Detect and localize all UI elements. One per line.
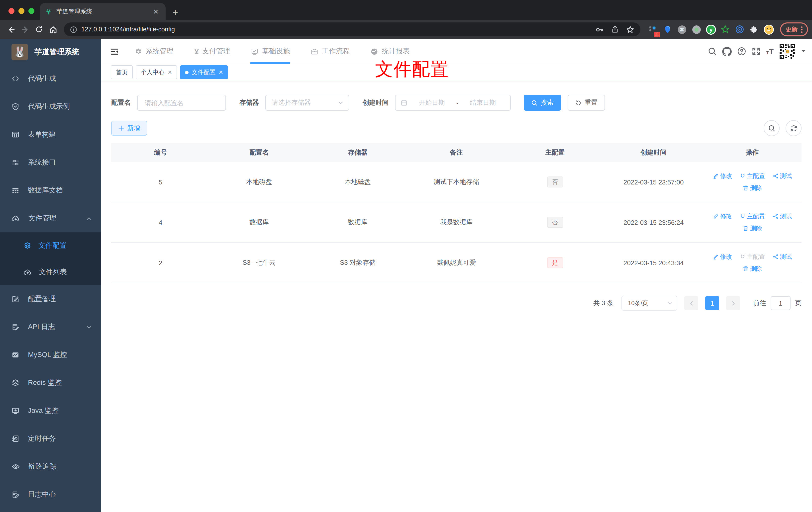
master-link[interactable]: 主配置: [740, 172, 765, 180]
sidebar-item-label: 链路追踪: [28, 462, 56, 471]
sidebar-logo[interactable]: 🐰 芋道管理系统: [0, 39, 101, 65]
extension-command-icon[interactable]: ⌘: [676, 24, 687, 35]
edit-link[interactable]: 修改: [713, 252, 732, 261]
back-icon[interactable]: [4, 23, 18, 36]
font-size-icon[interactable]: TT: [766, 48, 774, 55]
sidebar-item-java-monitor[interactable]: Java 监控: [0, 397, 101, 425]
browser-menu-icon[interactable]: [801, 26, 803, 33]
sidebar-item-config-management[interactable]: 配置管理: [0, 285, 101, 313]
avatar[interactable]: [779, 43, 795, 60]
extension-emoji-icon[interactable]: [763, 24, 774, 35]
browser-update-button[interactable]: 更新: [780, 23, 808, 36]
fullscreen-icon[interactable]: [752, 47, 761, 56]
table-search-toggle-button[interactable]: [764, 120, 780, 136]
tag-chip-file-config[interactable]: 文件配置 ✕: [180, 65, 228, 79]
nav-item-system[interactable]: 系统管理: [124, 39, 184, 64]
sidebar-item-code-generation[interactable]: 代码生成: [0, 65, 101, 93]
edit-link[interactable]: 修改: [713, 212, 732, 220]
cell-actions: 修改 主配置 测试 删除: [703, 243, 802, 283]
test-link[interactable]: 测试: [772, 172, 792, 180]
search-icon[interactable]: [708, 47, 717, 56]
reload-icon[interactable]: [32, 23, 46, 36]
close-icon[interactable]: ✕: [168, 69, 172, 75]
delete-link[interactable]: 删除: [743, 265, 762, 273]
browser-tab[interactable]: 芋道管理系统 ✕: [40, 3, 166, 20]
new-tab-button[interactable]: +: [173, 7, 178, 17]
share-icon[interactable]: [611, 25, 619, 33]
extension-pin-icon[interactable]: 11: [647, 24, 658, 35]
delete-link[interactable]: 删除: [743, 184, 762, 192]
tag-chip-profile[interactable]: 个人中心 ✕: [136, 65, 177, 79]
log-edit-icon: [11, 323, 20, 331]
window-close-button[interactable]: [8, 8, 14, 14]
tab-close-icon[interactable]: ✕: [151, 7, 161, 16]
extension-record-icon[interactable]: [691, 24, 702, 35]
sidebar-item-db-doc[interactable]: 数据库文档: [0, 177, 101, 204]
nav-item-payment[interactable]: ¥ 支付管理: [184, 39, 241, 64]
close-icon[interactable]: ✕: [219, 69, 223, 75]
bookmark-star-icon[interactable]: [626, 25, 634, 34]
url-bar[interactable]: 127.0.0.1:1024/infra/file/file-config: [64, 23, 640, 36]
sidebar-item-api-log[interactable]: API 日志: [0, 313, 101, 341]
extension-star-icon[interactable]: [720, 24, 731, 35]
master-link[interactable]: 主配置: [740, 212, 765, 220]
delete-link[interactable]: 删除: [743, 224, 762, 233]
sidebar-item-label: 表单构建: [28, 130, 56, 139]
site-info-icon[interactable]: [70, 26, 77, 33]
tag-chip-home[interactable]: 首页: [111, 65, 133, 79]
sidebar-item-code-example[interactable]: 代码生成示例: [0, 93, 101, 121]
extension-eye-icon[interactable]: [734, 24, 745, 35]
page-size-select[interactable]: 10条/页: [621, 296, 677, 310]
github-icon[interactable]: [722, 47, 732, 56]
storage-select[interactable]: 请选择存储器: [265, 95, 349, 111]
sidebar-item-scheduled-tasks[interactable]: 定时任务: [0, 425, 101, 453]
url-text: 127.0.0.1:1024/infra/file/file-config: [81, 26, 596, 33]
window-minimize-button[interactable]: [19, 8, 24, 14]
cell-actions: 修改 主配置 测试 删除: [703, 162, 802, 202]
sidebar-collapse-icon[interactable]: [110, 47, 119, 56]
eye-icon: [11, 463, 20, 471]
date-range-picker[interactable]: 开始日期 - 结束日期: [395, 95, 511, 111]
sidebar-item-file-list[interactable]: 文件列表: [0, 259, 101, 285]
help-icon[interactable]: [737, 47, 746, 56]
goto-page-input[interactable]: [771, 296, 790, 310]
search-button-label: 搜索: [541, 98, 554, 107]
col-header-actions: 操作: [703, 143, 802, 162]
window-zoom-button[interactable]: [28, 8, 34, 14]
sidebar-item-mysql-monitor[interactable]: MySQL 监控: [0, 341, 101, 369]
table-row: 5 本地磁盘 本地磁盘 测试下本地存储 否 2022-03-15 23:57:0…: [111, 162, 802, 202]
config-name-input[interactable]: [144, 98, 220, 107]
password-key-icon[interactable]: [596, 25, 604, 34]
sidebar-item-system-api[interactable]: 系统接口: [0, 149, 101, 177]
prev-page-button[interactable]: [684, 296, 698, 310]
sidebar-item-tracing[interactable]: 链路追踪: [0, 453, 101, 481]
chevron-down-icon: [86, 324, 92, 330]
sidebar-item-label: 数据库文档: [28, 186, 63, 195]
sidebar-item-form-builder[interactable]: 表单构建: [0, 121, 101, 149]
table-refresh-button[interactable]: [786, 120, 802, 136]
current-page-button[interactable]: 1: [705, 296, 719, 310]
next-page-button[interactable]: [726, 296, 740, 310]
forward-icon[interactable]: [18, 23, 32, 36]
sidebar-item-log-center[interactable]: 日志中心: [0, 481, 101, 509]
database-table-icon: [11, 186, 20, 194]
extension-badge: 11: [654, 32, 660, 37]
tag-chip-label: 个人中心: [141, 68, 165, 77]
avatar-dropdown-caret-icon[interactable]: [801, 49, 806, 54]
search-button[interactable]: 搜索: [524, 95, 561, 111]
sidebar-item-file-config[interactable]: 文件配置: [0, 232, 101, 259]
nav-item-infrastructure[interactable]: 基础设施: [241, 39, 300, 64]
file-config-table: 编号 配置名 存储器 备注 主配置 创建时间 操作 5 本地磁盘: [111, 143, 802, 283]
edit-link[interactable]: 修改: [713, 172, 732, 180]
test-link[interactable]: 测试: [772, 252, 792, 261]
extension-balloon-icon[interactable]: [662, 24, 673, 35]
extension-y-icon[interactable]: y: [705, 24, 716, 35]
home-icon[interactable]: [46, 23, 60, 36]
test-link[interactable]: 测试: [772, 212, 792, 220]
reset-button[interactable]: 重置: [568, 95, 605, 111]
sidebar-item-redis-monitor[interactable]: Redis 监控: [0, 369, 101, 397]
sidebar-item-file-management[interactable]: 文件管理: [0, 204, 101, 232]
extension-puzzle-icon[interactable]: [749, 24, 760, 35]
nav-item-workflow[interactable]: 工作流程: [300, 39, 360, 64]
add-button[interactable]: 新增: [111, 121, 147, 135]
